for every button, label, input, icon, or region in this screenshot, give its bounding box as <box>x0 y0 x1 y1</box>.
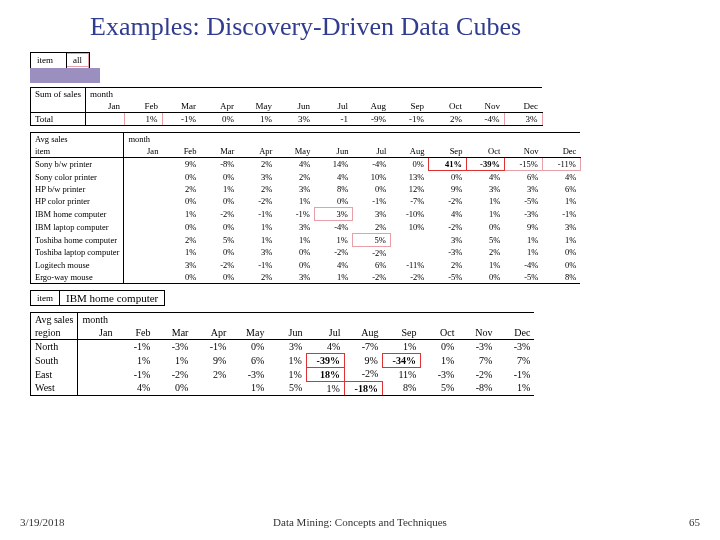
table3-item-filter: item IBM home computer <box>30 290 690 308</box>
slide-footer: 3/19/2018 Data Mining: Concepts and Tech… <box>0 516 720 532</box>
footer-mid: Data Mining: Concepts and Techniques <box>0 516 720 528</box>
table-items: Avg salesmonthitemJanFebMarAprMayJunJulA… <box>30 132 690 284</box>
filter-item-value: all <box>67 54 89 67</box>
table-regions: Avg salesmonthregionJanFebMarAprMayJunJu… <box>30 312 690 396</box>
table3-filter-value: IBM home computer <box>60 291 165 305</box>
footer-page: 65 <box>689 516 700 528</box>
table-total: Sum of salesmonthJanFebMarAprMayJunJulAu… <box>30 87 690 126</box>
table3-filter-label: item <box>31 291 60 305</box>
slide-title: Examples: Discovery-Driven Data Cubes <box>90 12 690 42</box>
accent-bar <box>30 68 100 83</box>
filter-item-label: item <box>31 54 67 67</box>
filters-block: item all region all <box>30 52 690 83</box>
